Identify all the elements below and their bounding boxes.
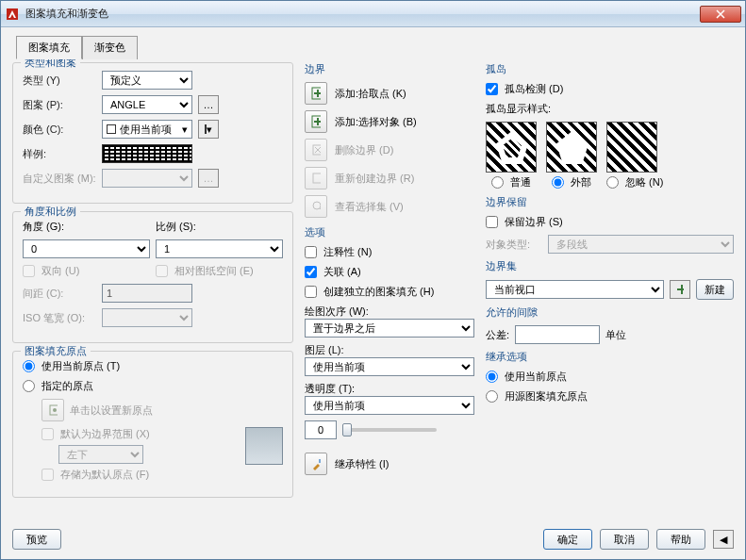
dialog-content: 图案填充 渐变色 类型和图案 类型 (Y) 预定义 图案 (P): ANGLE … (1, 27, 745, 559)
iso-label: ISO 笔宽 (O): (23, 311, 96, 325)
origin-pos-select: 左下 (58, 445, 143, 464)
annotative-checkbox[interactable]: 注释性 (N) (305, 245, 474, 259)
add-select-button[interactable] (305, 110, 327, 133)
origin-current-radio[interactable]: 使用当前原点 (T) (23, 359, 283, 373)
transparency-label: 透明度 (T): (305, 383, 355, 394)
transparency-num[interactable] (305, 420, 337, 439)
inherit-props-label: 继承特性 (I) (335, 457, 389, 471)
inherit-current-radio[interactable]: 使用当前原点 (486, 370, 734, 384)
custom-select (102, 169, 192, 188)
tab-gradient[interactable]: 渐变色 (82, 36, 138, 59)
svg-rect-5 (313, 173, 321, 183)
retain-boundary-checkbox[interactable]: 保留边界 (S) (486, 215, 734, 229)
pattern-browse-button[interactable]: … (198, 95, 219, 114)
magnifier-icon (311, 200, 321, 213)
spacing-input (102, 284, 192, 303)
origin-specified-radio[interactable]: 指定的原点 (23, 379, 283, 393)
transparency-select[interactable]: 使用当前项 (305, 396, 474, 415)
relative-checkbox: 相对图纸空间 (E) (156, 264, 283, 278)
island-ignore-radio[interactable]: 忽略 (N) (606, 175, 663, 189)
plus-select-icon (311, 115, 321, 128)
independent-checkbox[interactable]: 创建独立的图案填充 (H) (305, 285, 474, 299)
angle-select[interactable]: 0 (23, 239, 150, 258)
svg-rect-7 (319, 459, 321, 463)
add-select-label: 添加:选择对象 (B) (335, 115, 417, 129)
group-angle-scale: 角度和比例 角度 (G): 比例 (S): 0 1 双向 (U) 相对图纸空间 … (12, 211, 293, 343)
ok-button[interactable]: 确定 (543, 529, 592, 550)
plus-icon (311, 87, 321, 100)
delete-icon (311, 143, 321, 156)
slider-thumb[interactable] (342, 423, 352, 436)
draworder-label: 绘图次序 (W): (305, 305, 369, 317)
chevron-left-icon: ◀ (720, 534, 727, 546)
inherit-props-button[interactable] (305, 453, 327, 475)
group-origin: 图案填充原点 使用当前原点 (T) 指定的原点 单击以设置新原点 默认为边界范围… (12, 351, 293, 498)
spacing-label: 间距 (C): (23, 287, 96, 301)
inherit-source-radio[interactable]: 用源图案填充原点 (486, 389, 734, 404)
objtype-select: 多段线 (548, 235, 734, 254)
tab-hatch[interactable]: 图案填充 (16, 36, 82, 59)
bg-color-button[interactable]: ▾ (198, 120, 219, 139)
window-title: 图案填充和渐变色 (25, 7, 700, 21)
draworder-select[interactable]: 置于边界之后 (305, 319, 474, 338)
help-button[interactable]: 帮助 (656, 529, 705, 550)
tolerance-input[interactable] (515, 325, 600, 344)
custom-label: 自定义图案 (M): (23, 172, 96, 186)
recreate-bounds-button (305, 167, 327, 189)
layer-select[interactable]: 使用当前项 (305, 357, 474, 376)
color-select[interactable]: 使用当前项 ▾ (102, 120, 192, 139)
island-normal-radio[interactable]: 普通 (486, 175, 537, 189)
new-boundaryset-icon-button[interactable] (670, 280, 690, 299)
plus-icon (676, 284, 684, 295)
view-selection-button (305, 195, 327, 218)
island-detect-checkbox[interactable]: 孤岛检测 (D) (486, 82, 734, 96)
middle-column: 边界 添加:拾取点 (K) 添加:选择对象 (B) 删除边界 (D) 重新创建边… (305, 62, 474, 505)
dialog-footer: 预览 确定 取消 帮助 ◀ (12, 529, 734, 550)
add-pick-button[interactable] (305, 82, 327, 105)
transparency-slider[interactable] (342, 428, 437, 432)
preview-button[interactable]: 预览 (12, 529, 61, 550)
delete-bounds-label: 删除边界 (D) (335, 143, 393, 157)
scale-select[interactable]: 1 (156, 239, 283, 258)
group-type-pattern: 类型和图案 类型 (Y) 预定义 图案 (P): ANGLE … 颜色 (C): (12, 62, 293, 204)
layer-label: 图层 (L): (305, 344, 344, 355)
island-normal-preview[interactable] (486, 122, 537, 173)
pattern-select[interactable]: ANGLE (102, 95, 192, 114)
type-select[interactable]: 预定义 (102, 71, 192, 90)
iso-select (102, 308, 192, 327)
double-checkbox: 双向 (U) (23, 264, 150, 278)
default-bounds-checkbox: 默认为边界范围 (X) (41, 427, 240, 441)
pattern-preview[interactable] (102, 144, 192, 163)
color-label: 颜色 (C): (23, 123, 96, 137)
dialog-window: 图案填充和渐变色 图案填充 渐变色 类型和图案 类型 (Y) 预定义 图案 (P… (0, 0, 746, 560)
close-button[interactable] (700, 6, 741, 23)
island-style-label: 孤岛显示样式: (486, 103, 551, 114)
tolerance-label: 公差: (486, 328, 509, 342)
svg-rect-4 (313, 145, 321, 155)
svg-point-1 (53, 408, 57, 412)
group-title: 图案填充原点 (21, 344, 91, 358)
islands-title: 孤岛 (486, 62, 734, 76)
new-boundaryset-button[interactable]: 新建 (696, 279, 734, 300)
delete-bounds-button (305, 139, 327, 161)
boundaryset-select[interactable]: 当前视口 (486, 280, 664, 299)
associative-checkbox[interactable]: 关联 (A) (305, 265, 474, 279)
group-title: 角度和比例 (21, 205, 80, 219)
recreate-icon (311, 172, 321, 185)
recreate-bounds-label: 重新创建边界 (R) (335, 172, 414, 186)
island-ignore-preview[interactable] (606, 122, 657, 173)
titlebar: 图案填充和渐变色 (1, 1, 745, 27)
cancel-button[interactable]: 取消 (600, 529, 649, 550)
island-outer-preview[interactable] (546, 122, 597, 173)
none-icon (205, 124, 207, 134)
island-outer-radio[interactable]: 外部 (546, 175, 597, 189)
collapse-button[interactable]: ◀ (713, 530, 734, 549)
app-icon (5, 7, 20, 22)
set-origin-button (41, 399, 64, 421)
scale-label: 比例 (S): (156, 221, 196, 232)
close-icon (716, 9, 725, 19)
boundary-retain-title: 边界保留 (486, 195, 734, 209)
right-column: 孤岛 孤岛检测 (D) 孤岛显示样式: 普通 外部 忽略 (N) 边界保留 保留… (486, 62, 734, 505)
view-selection-label: 查看选择集 (V) (335, 200, 404, 214)
target-icon (48, 404, 58, 417)
